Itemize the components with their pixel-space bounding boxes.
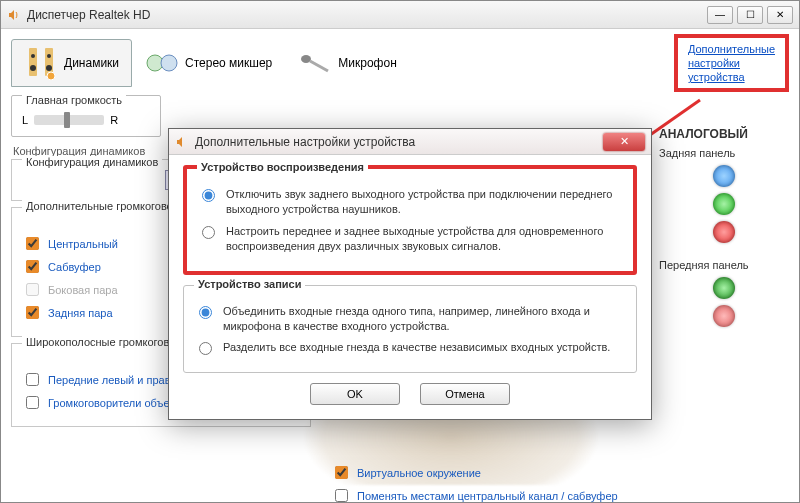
window-title: Диспетчер Realtek HD xyxy=(27,8,707,22)
cancel-button[interactable]: Отмена xyxy=(420,383,510,405)
tab-speakers[interactable]: Динамики xyxy=(11,39,132,87)
dialog-titlebar: Дополнительные настройки устройства ✕ xyxy=(169,129,651,155)
device-tabs: Динамики Стерео микшер Микрофон Дополнит… xyxy=(11,39,789,87)
svg-point-6 xyxy=(47,72,55,80)
recording-radio-1[interactable] xyxy=(199,306,212,319)
speakers-icon xyxy=(24,46,58,80)
svg-point-9 xyxy=(301,55,311,63)
main-volume-fieldset: Главная громкость L R xyxy=(11,95,161,137)
close-button[interactable]: ✕ xyxy=(767,6,793,24)
speaker-app-icon xyxy=(7,8,21,22)
recording-legend: Устройство записи xyxy=(194,278,305,290)
tab-speakers-label: Динамики xyxy=(64,56,119,70)
recording-radio-2[interactable] xyxy=(199,342,212,355)
advanced-device-settings-link[interactable]: Дополнительные настройки устройства xyxy=(674,34,789,93)
playback-legend: Устройство воспроизведения xyxy=(197,161,368,173)
tab-microphone[interactable]: Микрофон xyxy=(285,39,409,87)
maximize-button[interactable]: ☐ xyxy=(737,6,763,24)
dialog-button-row: OK Отмена xyxy=(183,383,637,405)
speaker-config-legend: Конфигурация динамиков xyxy=(22,156,162,168)
advanced-settings-dialog: Дополнительные настройки устройства ✕ Ус… xyxy=(168,128,652,420)
titlebar: Диспетчер Realtek HD — ☐ ✕ xyxy=(1,1,799,29)
playback-option-dual-stream[interactable]: Настроить переднее и заднее выходные уст… xyxy=(197,224,623,255)
balance-slider[interactable] xyxy=(34,115,104,125)
check-virtual-surround[interactable]: Виртуальное окружение xyxy=(331,463,618,482)
front-panel-label: Передняя панель xyxy=(659,259,789,271)
balance-slider-thumb[interactable] xyxy=(64,112,70,128)
tab-microphone-label: Микрофон xyxy=(338,56,396,70)
balance-left-label: L xyxy=(22,114,28,126)
analog-panel: АНАЛОГОВЫЙ Задняя панель Передняя панель xyxy=(659,127,789,333)
bottom-checks: Виртуальное окружение Поменять местами ц… xyxy=(331,459,618,503)
ok-button[interactable]: OK xyxy=(310,383,400,405)
main-volume-legend: Главная громкость xyxy=(22,94,126,106)
adv-link-line3: устройства xyxy=(688,70,775,84)
svg-point-5 xyxy=(46,65,52,71)
svg-line-10 xyxy=(310,61,328,71)
jack-rear-blue[interactable] xyxy=(713,165,735,187)
balance-control: L R xyxy=(22,114,150,126)
balance-right-label: R xyxy=(110,114,118,126)
jack-front-green[interactable] xyxy=(713,277,735,299)
recording-option-combine[interactable]: Объединить входные гнезда одного типа, н… xyxy=(194,304,626,335)
dialog-close-button[interactable]: ✕ xyxy=(603,133,645,151)
svg-point-2 xyxy=(31,54,35,58)
jack-rear-red[interactable] xyxy=(713,221,735,243)
minimize-button[interactable]: — xyxy=(707,6,733,24)
playback-option-mute-rear[interactable]: Отключить звук заднего выходного устройс… xyxy=(197,187,623,218)
recording-device-fieldset: Устройство записи Объединить входные гне… xyxy=(183,285,637,373)
playback-radio-1[interactable] xyxy=(202,189,215,202)
playback-device-fieldset: Устройство воспроизведения Отключить зву… xyxy=(183,165,637,275)
jack-front-red[interactable] xyxy=(713,305,735,327)
check-swap-center-sub[interactable]: Поменять местами центральный канал / саб… xyxy=(331,486,618,503)
dialog-speaker-icon xyxy=(175,135,189,149)
adv-link-line2: настройки xyxy=(688,56,775,70)
jack-rear-green[interactable] xyxy=(713,193,735,215)
adv-link-line1: Дополнительные xyxy=(688,42,775,56)
svg-point-8 xyxy=(161,55,177,71)
tab-stereo-mix[interactable]: Стерео микшер xyxy=(132,39,285,87)
recording-option-separate[interactable]: Разделить все входные гнезда в качестве … xyxy=(194,340,626,355)
svg-point-3 xyxy=(30,65,36,71)
stereo-mix-icon xyxy=(145,46,179,80)
svg-point-4 xyxy=(47,54,51,58)
dialog-title: Дополнительные настройки устройства xyxy=(195,135,603,149)
playback-radio-2[interactable] xyxy=(202,226,215,239)
svg-rect-0 xyxy=(29,48,37,76)
microphone-icon xyxy=(298,46,332,80)
tab-stereo-mix-label: Стерео микшер xyxy=(185,56,272,70)
